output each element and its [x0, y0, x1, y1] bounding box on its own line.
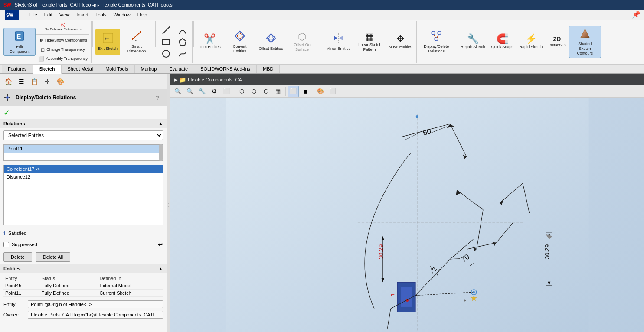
- tab-solidworks-addins[interactable]: SOLIDWORKS Add-Ins: [194, 65, 257, 73]
- suppressed-checkbox[interactable]: [3, 242, 9, 247]
- distance12-item[interactable]: Distance12: [4, 173, 163, 181]
- hide-show-icon: 👁: [39, 38, 43, 43]
- pin-icon[interactable]: 📌: [630, 10, 642, 19]
- resize-handle[interactable]: ⋮: [167, 74, 170, 332]
- vp-view2-button[interactable]: ⬡: [248, 86, 259, 97]
- smart-dimension-button[interactable]: ↔ Smart Dimension: [121, 29, 152, 55]
- tab-features[interactable]: Features: [2, 65, 33, 73]
- shaded-sketch-contours-button[interactable]: Shaded Sketch Contours: [569, 26, 601, 58]
- tab-mold-tools[interactable]: Mold Tools: [99, 65, 134, 73]
- point11-item[interactable]: Point11: [4, 145, 163, 153]
- svg-line-6: [133, 32, 141, 39]
- move-entities-button[interactable]: ✥ Move Entities: [386, 29, 415, 55]
- linear-sketch-pattern-button[interactable]: ▦ Linear Sketch Pattern: [354, 29, 385, 55]
- file-menu[interactable]: File: [26, 11, 41, 18]
- panel-help-button[interactable]: ?: [152, 92, 163, 103]
- svg-marker-16: [268, 36, 274, 41]
- relations-dropdown[interactable]: Selected Entities All in This Sketch All…: [3, 130, 163, 140]
- vp-view3-button[interactable]: ⬡: [260, 86, 271, 97]
- delete-button[interactable]: Delete: [3, 252, 32, 262]
- view-menu[interactable]: View: [56, 11, 73, 18]
- no-ext-ref-icon: 🚫: [61, 23, 65, 27]
- vp-view4-button[interactable]: ▦: [272, 86, 284, 97]
- tab-sheet-metal[interactable]: Sheet Metal: [62, 65, 100, 73]
- window-menu[interactable]: Window: [110, 11, 134, 18]
- vp-view1-button[interactable]: ⬡: [236, 86, 247, 97]
- arc-button[interactable]: [175, 25, 190, 36]
- vp-shade2-button[interactable]: ◼: [300, 86, 311, 97]
- entities-section-header[interactable]: Entities ▲: [0, 264, 167, 273]
- display-delete-relations-button[interactable]: Display/Delete Relations: [421, 29, 452, 55]
- component-sub-group: 🚫 No External References 👁 Hide/Show Com…: [36, 21, 89, 63]
- breadcrumb: ▶ 📁 Flexible Components_CA...: [170, 74, 644, 85]
- panel-home-button[interactable]: 🏠: [3, 76, 14, 87]
- help-menu[interactable]: Help: [134, 11, 151, 18]
- delete-all-button[interactable]: Delete All: [36, 252, 70, 262]
- repair-sketch-button[interactable]: 🔧 Repair Sketch: [458, 29, 488, 55]
- tab-markup[interactable]: Markup: [135, 65, 163, 73]
- tab-evaluate[interactable]: Evaluate: [163, 65, 194, 73]
- vp-shade-button[interactable]: ⬜: [288, 86, 299, 97]
- linear-pattern-icon: ▦: [365, 32, 374, 42]
- relations-panel-icon: [3, 94, 13, 102]
- vp-search2-button[interactable]: 🔍: [184, 86, 196, 97]
- edit-menu[interactable]: Edit: [41, 11, 56, 18]
- definedin-point45: External Model: [98, 282, 163, 290]
- edit-component-button[interactable]: E Edit Component: [3, 28, 36, 56]
- rectangle-button[interactable]: [158, 36, 174, 48]
- svg-text:SW: SW: [6, 13, 13, 18]
- tab-mbd[interactable]: MBD: [257, 65, 280, 73]
- viewport[interactable]: ▶ 📁 Flexible Components_CA... 🔍 🔍 🔧 ⚙ ⬜ …: [170, 74, 644, 332]
- vp-color-button[interactable]: 🎨: [315, 86, 326, 97]
- panel-color-button[interactable]: 🎨: [55, 76, 66, 87]
- entity-point45: Point45: [3, 282, 40, 290]
- line-button[interactable]: [158, 25, 174, 36]
- vp-display-button[interactable]: ⬜: [221, 86, 232, 97]
- spline-button[interactable]: [175, 48, 190, 59]
- trim-convert-group: ✂️ Trim Entities Convert Entities Offset…: [195, 21, 320, 63]
- circle-button[interactable]: [158, 48, 174, 59]
- table-row[interactable]: Point11 Fully Defined Current Sketch: [3, 290, 163, 297]
- relations-label: Display/Delete Relations: [423, 44, 449, 54]
- panel-tree-button[interactable]: 📋: [29, 76, 40, 87]
- relations-section-header[interactable]: Relations ▲: [0, 119, 167, 128]
- table-row[interactable]: Point45 Fully Defined External Model: [3, 282, 163, 290]
- change-transparency-icon: ◻: [41, 47, 45, 52]
- instant2d-button[interactable]: 2D Instant2D: [546, 29, 568, 55]
- svg-marker-19: [339, 36, 343, 40]
- solidworks-logo: SW: [2, 10, 23, 20]
- breadcrumb-folder-icon: ▶: [174, 77, 177, 83]
- panel-list-button[interactable]: ☰: [16, 76, 27, 87]
- convert-entities-button[interactable]: Convert Entities: [224, 29, 255, 55]
- polygon-button[interactable]: [175, 36, 190, 48]
- tools-menu[interactable]: Tools: [92, 11, 110, 18]
- trim-entities-button[interactable]: ✂️ Trim Entities: [196, 29, 223, 55]
- offset-entities-button[interactable]: Offset Entities: [256, 29, 286, 55]
- assembly-transparency-button[interactable]: ⬜ Assembly Transparency: [36, 54, 89, 63]
- quick-snaps-button[interactable]: 🧲 Quick Snaps: [489, 29, 516, 55]
- hide-show-button[interactable]: 👁 Hide/Show Components: [36, 36, 89, 45]
- mirror-entities-button[interactable]: Mirror Entities: [324, 29, 353, 55]
- change-transparency-button[interactable]: ◻ Change Transparency: [36, 45, 89, 54]
- svg-point-28: [6, 96, 9, 99]
- point-list-scrollbar[interactable]: [159, 144, 163, 161]
- insert-menu[interactable]: Insert: [73, 11, 92, 18]
- vp-screen-button[interactable]: ⬜: [327, 86, 338, 97]
- svg-rect-41: [401, 287, 412, 307]
- offset-on-surface-button[interactable]: ⬡ Offset On Surface: [287, 29, 318, 55]
- vp-filter-button[interactable]: 🔧: [196, 86, 208, 97]
- exit-sketch-button[interactable]: ↩ Exit Sketch: [95, 29, 120, 55]
- panel-pin-button[interactable]: ✛: [42, 76, 53, 87]
- vp-search-button[interactable]: 🔍: [172, 86, 183, 97]
- relations-icon: [431, 30, 442, 43]
- coincident17-item[interactable]: Coincident17 ->: [4, 165, 163, 173]
- svg-text:E: E: [17, 33, 21, 40]
- ok-checkmark[interactable]: ✓: [0, 106, 167, 119]
- component-toolbar-group: E Edit Component 🚫 No External Reference…: [2, 21, 92, 63]
- undo-button[interactable]: ↩: [158, 241, 163, 248]
- rapid-sketch-button[interactable]: ⚡ Rapid Sketch: [517, 29, 546, 55]
- tab-sketch[interactable]: Sketch: [33, 65, 61, 74]
- no-external-references-button[interactable]: 🚫 No External References: [36, 21, 89, 33]
- vp-config-button[interactable]: ⚙: [209, 86, 220, 97]
- svg-line-10: [163, 27, 170, 34]
